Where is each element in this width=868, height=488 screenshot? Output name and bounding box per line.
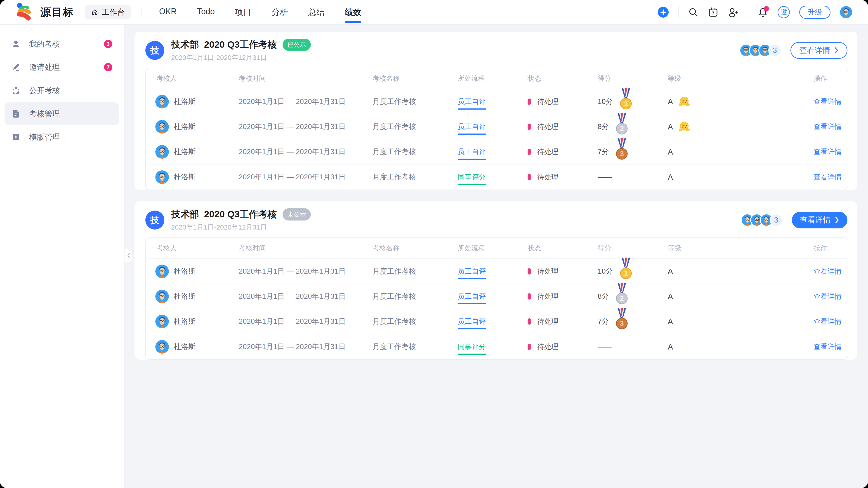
member-avatar-stack: 3	[739, 44, 781, 57]
period-cell: 2020年1月1日 — 2020年1月31日	[239, 266, 373, 276]
col-header-actions: 操作	[813, 243, 848, 253]
view-detail-link[interactable]: 查看详情	[813, 173, 842, 181]
stage-cell: 员工自评	[458, 292, 528, 301]
bronze-medal-icon: 3	[615, 308, 628, 330]
gold-medal-icon: 1	[619, 88, 632, 110]
assessee-name: 杜洛斯	[174, 266, 195, 276]
nav-okr[interactable]: OKR	[159, 7, 177, 18]
nav-todo[interactable]: Todo	[197, 7, 215, 18]
assessee-cell: 杜洛斯	[146, 170, 239, 184]
assessee-cell: 杜洛斯	[146, 340, 239, 354]
user-avatar[interactable]	[840, 6, 852, 18]
member-avatar-stack: 3	[741, 214, 783, 227]
grade-value: A	[668, 173, 673, 182]
assessment-name-cell: 月度工作考核	[373, 266, 458, 276]
view-details-button[interactable]: 查看详情	[792, 212, 847, 228]
calendar-button[interactable]: 7	[708, 7, 718, 18]
notifications-button[interactable]	[758, 7, 768, 18]
hug-emoji-icon	[678, 121, 690, 133]
create-button[interactable]	[658, 7, 669, 18]
publish-status-badge: 已公示	[283, 39, 311, 51]
view-detail-link[interactable]: 查看详情	[813, 318, 842, 325]
status-text: 待处理	[537, 317, 558, 326]
stage-link[interactable]: 员工自评	[458, 318, 486, 329]
card-header-actions: 3 查看详情	[741, 212, 847, 228]
period-cell: 2020年1月1日 — 2020年1月31日	[239, 97, 373, 107]
user-icon	[12, 40, 20, 48]
status-cell: 待处理	[528, 317, 598, 326]
hug-emoji-icon	[678, 96, 690, 107]
assessee-cell: 杜洛斯	[146, 290, 239, 303]
search-button[interactable]	[688, 7, 699, 18]
grade-cell: A	[668, 96, 813, 107]
grade-cell: A	[668, 147, 813, 156]
view-detail-link[interactable]: 查看详情	[813, 292, 842, 300]
sidebar-item-public-assessments[interactable]: 公开考核	[4, 79, 119, 102]
invite-button[interactable]: 邀	[778, 6, 790, 18]
nav-summary[interactable]: 总结	[308, 7, 324, 18]
stage-link[interactable]: 员工自评	[458, 98, 486, 109]
col-header-grade: 等级	[668, 74, 813, 83]
assessee-avatar	[155, 95, 169, 108]
assessee-avatar	[155, 120, 169, 133]
view-details-button[interactable]: 查看详情	[790, 42, 847, 59]
assessee-avatar	[155, 290, 169, 303]
period-cell: 2020年1月1日 — 2020年1月31日	[239, 317, 373, 326]
col-header-assessment-name: 考核名称	[373, 74, 458, 83]
view-detail-link[interactable]: 查看详情	[813, 98, 842, 105]
nav-project[interactable]: 项目	[235, 7, 251, 18]
stage-link[interactable]: 员工自评	[458, 123, 486, 135]
stage-link[interactable]: 员工自评	[458, 148, 486, 160]
assessment-name-cell: 月度工作考核	[373, 172, 458, 182]
workspace-label: 工作台	[102, 7, 125, 18]
count-badge: 7	[104, 63, 112, 71]
table-row: 杜洛斯 2020年1月1日 — 2020年1月31日 月度工作考核 员工自评 待…	[146, 309, 848, 334]
view-detail-link[interactable]: 查看详情	[813, 343, 842, 351]
sidebar-item-template-management[interactable]: 模版管理	[4, 126, 119, 149]
assessee-name: 杜洛斯	[174, 172, 195, 182]
view-detail-link[interactable]: 查看详情	[813, 123, 842, 131]
stage-link[interactable]: 同事评分	[458, 173, 486, 185]
sidebar-collapse-handle[interactable]	[125, 249, 133, 262]
stage-link[interactable]: 员工自评	[458, 292, 486, 304]
status-text: 待处理	[537, 267, 558, 276]
assessment-card: 技 技术部 2020 Q3工作考核 未公示 2020年1月1日-2020年12月…	[134, 201, 857, 360]
view-detail-link[interactable]: 查看详情	[813, 148, 842, 156]
grade-cell: A	[668, 292, 813, 301]
status-text: 待处理	[537, 292, 558, 301]
action-cell: 查看详情	[813, 97, 848, 106]
topbar-divider	[748, 7, 748, 18]
svg-text:2: 2	[620, 294, 624, 302]
svg-text:3: 3	[620, 320, 624, 327]
grade-cell: A	[668, 173, 813, 182]
stage-link[interactable]: 员工自评	[458, 267, 486, 279]
status-text: 待处理	[537, 172, 558, 182]
status-cell: 待处理	[528, 292, 598, 301]
stage-cell: 员工自评	[458, 97, 528, 106]
status-dot	[528, 149, 531, 155]
card-header: 技 技术部 2020 Q3工作考核 已公示 2020年1月1日-2020年12月…	[134, 32, 857, 68]
grade-cell: A	[668, 267, 813, 276]
sidebar-item-label: 考核管理	[29, 109, 60, 119]
sidebar-item-my-assessments[interactable]: 我的考核 3	[4, 33, 119, 55]
calendar-icon: 7	[708, 7, 718, 18]
stage-cell: 员工自评	[458, 317, 528, 326]
add-member-button[interactable]	[728, 7, 738, 18]
nav-performance[interactable]: 绩效	[345, 7, 361, 18]
stage-link[interactable]: 同事评分	[458, 343, 486, 355]
upgrade-button[interactable]: 升级	[799, 6, 831, 19]
grade-cell: A	[668, 121, 813, 133]
grade-cell: A	[668, 317, 813, 326]
view-detail-link[interactable]: 查看详情	[813, 267, 842, 275]
score-cell: 10分 1	[598, 260, 668, 282]
sidebar-item-invitations[interactable]: 邀请处理 7	[4, 56, 119, 78]
svg-text:3: 3	[620, 150, 624, 158]
assessee-name: 杜洛斯	[174, 291, 195, 301]
score-value: 10分	[598, 266, 613, 276]
workspace-button[interactable]: 工作台	[85, 5, 131, 20]
nav-analysis[interactable]: 分析	[272, 7, 288, 18]
table-row: 杜洛斯 2020年1月1日 — 2020年1月31日 月度工作考核 同事评分 待…	[146, 164, 848, 190]
score-cell: ——	[598, 343, 668, 351]
sidebar-item-assessment-management[interactable]: 考核管理	[4, 102, 119, 125]
status-text: 待处理	[537, 147, 558, 157]
